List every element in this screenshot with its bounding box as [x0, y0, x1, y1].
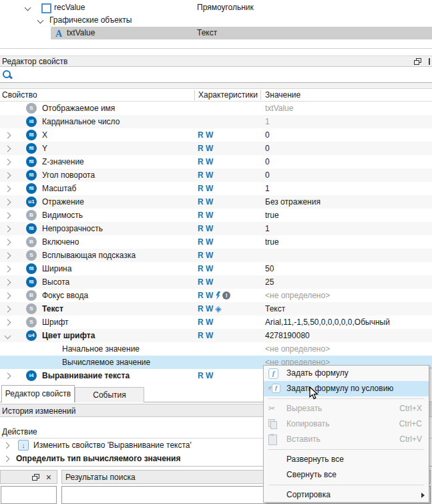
- expand-icon[interactable]: [5, 266, 11, 273]
- properties-table-header: Свойство Характеристики Значение: [0, 89, 432, 102]
- property-value: 1: [265, 115, 270, 128]
- expand-icon[interactable]: [5, 253, 11, 259]
- expand-icon[interactable]: [5, 132, 11, 139]
- expand-icon[interactable]: [5, 239, 11, 246]
- expand-icon[interactable]: [5, 373, 11, 380]
- search-input[interactable]: [15, 68, 425, 82]
- property-row-font-color[interactable]: u4 Цвет шрифта R W 4278190080: [0, 329, 432, 342]
- collapse-icon[interactable]: [5, 333, 11, 340]
- property-name: Начальное значение: [62, 342, 140, 356]
- tree-row-graphic-objects[interactable]: Графические объекты: [0, 14, 432, 27]
- tab-properties-editor[interactable]: Редактор свойств: [1, 385, 75, 402]
- type-icon-bool: B: [26, 237, 37, 247]
- rw-flags: R W: [198, 142, 213, 155]
- menu-item-set-formula[interactable]: f Задать формулу: [264, 366, 429, 381]
- rw-flags: R W: [198, 369, 213, 382]
- scissors-icon: ✂: [268, 404, 275, 413]
- application-window: recValue Прямоугольник Графические объек…: [0, 0, 432, 504]
- property-row-opacity[interactable]: f8 Непрозрачность R W 1: [0, 222, 432, 235]
- type-icon-bool: B: [26, 290, 37, 301]
- expand-icon[interactable]: [5, 172, 11, 179]
- property-row-display-name[interactable]: S Отображаемое имя txtValue: [0, 102, 432, 115]
- properties-panel-titlebar: Редактор свойств: [0, 55, 432, 67]
- menu-item-label: Развернуть все: [286, 452, 344, 467]
- property-row-width[interactable]: f8 Ширина R W 50: [0, 262, 432, 275]
- column-divider[interactable]: [260, 90, 261, 100]
- type-icon-u1: u1: [26, 197, 37, 207]
- bottom-left-dock-content[interactable]: [1, 486, 57, 504]
- property-name: Всплывающая подсказка: [42, 249, 136, 262]
- close-icon[interactable]: ×: [46, 471, 51, 485]
- property-row-tooltip[interactable]: S Всплывающая подсказка R W: [0, 249, 432, 262]
- type-icon-f8: f8: [26, 156, 37, 167]
- menu-item-label: Задать формулу: [286, 366, 349, 381]
- expand-icon[interactable]: [3, 456, 10, 463]
- chevron-down-icon[interactable]: [37, 17, 44, 24]
- expand-icon[interactable]: [5, 293, 11, 299]
- tab-events[interactable]: События: [75, 387, 144, 402]
- type-icon-f8: f8: [26, 170, 37, 180]
- menu-separator: [268, 485, 424, 485]
- expand-icon[interactable]: [5, 306, 11, 313]
- menu-item-expand-all[interactable]: Развернуть все: [264, 452, 429, 467]
- menu-item-label: Копировать: [286, 416, 330, 432]
- rw-flags: R W: [198, 275, 213, 289]
- float-panel-icon[interactable]: [32, 474, 39, 481]
- type-icon-string: S: [26, 303, 37, 314]
- property-row-enabled[interactable]: B Включено R W true: [0, 235, 432, 249]
- column-header-property[interactable]: Свойство: [2, 89, 37, 102]
- property-row-y[interactable]: f8 Y R W 0: [0, 142, 432, 155]
- property-name: Отображаемое имя: [42, 102, 115, 115]
- menu-shortcut: Ctrl+V: [399, 432, 422, 447]
- property-row-rotation[interactable]: f8 Угол поворота R W 0: [0, 168, 432, 182]
- expand-icon[interactable]: [5, 226, 11, 233]
- expand-icon[interactable]: [5, 159, 11, 166]
- history-item-label: Изменить свойство 'Выравнивание текста': [33, 438, 192, 452]
- type-icon-string: S: [26, 317, 37, 328]
- menu-item-collapse-all[interactable]: Свернуть все: [264, 467, 429, 483]
- expand-icon[interactable]: [5, 146, 11, 152]
- expand-icon[interactable]: [5, 213, 11, 219]
- menu-item-set-conditional-formula[interactable]: if f Задать формулу по условию: [264, 381, 429, 396]
- menu-separator: [268, 398, 424, 399]
- rw-flags: R W: [198, 168, 213, 182]
- formula-icon: f: [268, 368, 278, 379]
- expand-icon[interactable]: [5, 199, 11, 206]
- column-header-characteristics[interactable]: Характеристики: [198, 89, 258, 102]
- property-row-input-focus[interactable]: B Фокус ввода R W ! <не определено>: [0, 289, 432, 302]
- property-value: 0: [265, 155, 270, 168]
- rw-flags: R W: [198, 262, 213, 275]
- type-icon-i4: i4: [26, 370, 37, 381]
- type-icon-bool: B: [26, 210, 37, 221]
- chevron-down-icon[interactable]: [25, 5, 31, 11]
- rw-flags: R W: [198, 316, 213, 329]
- expand-icon[interactable]: [5, 279, 11, 286]
- tree-row-txtvalue-selected[interactable]: A txtValue Текст: [0, 27, 432, 39]
- menu-item-paste: Вставить Ctrl+V: [264, 432, 429, 447]
- property-row-cardinal[interactable]: i8 Кардинальное число 1: [0, 115, 432, 128]
- menu-item-sorting[interactable]: Сортировка: [264, 487, 429, 502]
- property-row-x[interactable]: f8 X R W 0: [0, 128, 432, 142]
- expand-icon[interactable]: [3, 443, 10, 449]
- expand-icon[interactable]: [5, 320, 11, 326]
- property-row-scale[interactable]: f8 Масштаб R W 1: [0, 182, 432, 195]
- column-divider[interactable]: [194, 90, 195, 100]
- property-row-reflection[interactable]: u1 Отражение R W Без отражения: [0, 195, 432, 209]
- property-name: X: [42, 128, 47, 142]
- menu-item-label: Вырезать: [286, 401, 322, 416]
- property-row-initial-value[interactable]: Начальное значение <не определено>: [0, 342, 432, 356]
- property-row-text[interactable]: S Текст R W ◈ Текст: [0, 302, 432, 316]
- expand-icon[interactable]: [5, 186, 11, 193]
- tree-row-recvalue[interactable]: recValue Прямоугольник: [0, 1, 432, 14]
- column-header-value[interactable]: Значение: [265, 89, 300, 102]
- property-row-height[interactable]: f8 Высота R W 25: [0, 275, 432, 289]
- panel-splitter[interactable]: [0, 48, 432, 49]
- property-value: <не определено>: [265, 342, 330, 356]
- property-value: <не определено>: [265, 289, 330, 302]
- close-panel-icon-partial[interactable]: [429, 58, 432, 65]
- property-row-font[interactable]: S Шрифт R W Arial,11,-1,5,50,0,0,0,0,0,О…: [0, 316, 432, 329]
- float-panel-icon[interactable]: [414, 58, 421, 65]
- property-row-visibility[interactable]: B Видимость R W true: [0, 209, 432, 222]
- property-row-z[interactable]: f8 Z-значение R W 0: [0, 155, 432, 168]
- tree-item-type: Текст: [197, 27, 217, 39]
